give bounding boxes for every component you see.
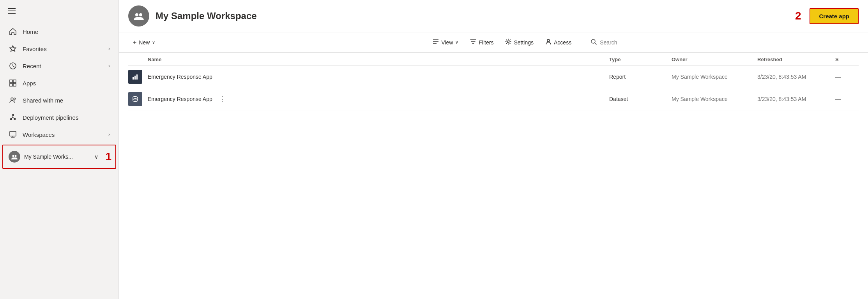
sidebar-item-shared[interactable]: Shared with me — [0, 92, 118, 109]
view-button[interactable]: View ∨ — [428, 35, 463, 49]
search-icon — [590, 39, 597, 46]
workspace-nav-label: My Sample Works... — [24, 154, 90, 160]
svg-rect-25 — [133, 77, 134, 80]
settings-button[interactable]: Settings — [500, 35, 538, 49]
content-table: Name Type Owner Refreshed S Emergency Re… — [119, 53, 868, 299]
col-icon — [128, 57, 148, 62]
sidebar-item-home-label: Home — [23, 28, 38, 35]
sidebar-item-workspaces-label: Workspaces — [23, 131, 55, 138]
sidebar-item-apps-label: Apps — [23, 80, 36, 87]
access-button-label: Access — [554, 39, 571, 46]
page-title: My Sample Workspace — [156, 11, 789, 21]
table-row[interactable]: Emergency Response App Report My Sample … — [128, 66, 859, 88]
workspaces-icon — [9, 131, 17, 138]
access-button[interactable]: Access — [541, 35, 576, 49]
new-chevron-icon: ∨ — [152, 40, 155, 45]
sidebar-item-recent[interactable]: Recent › — [0, 57, 118, 74]
sidebar-item-favorites-label: Favorites — [23, 46, 47, 52]
svg-point-15 — [15, 155, 17, 157]
row-icon-dataset — [128, 92, 148, 106]
apps-icon — [9, 80, 17, 87]
col-refreshed: Refreshed — [757, 57, 835, 62]
col-extra: S — [835, 57, 859, 62]
sidebar-item-apps[interactable]: Apps — [0, 74, 118, 92]
main-content: My Sample Workspace 2 Create app + New ∨… — [119, 0, 868, 299]
table-row[interactable]: Emergency Response App ⋮ Dataset My Samp… — [128, 88, 859, 110]
svg-rect-4 — [10, 80, 12, 83]
svg-point-14 — [12, 155, 14, 157]
svg-point-28 — [133, 97, 138, 99]
row-type-report: Report — [609, 74, 672, 80]
col-type: Type — [609, 57, 672, 62]
sidebar-item-favorites[interactable]: Favorites › — [0, 40, 118, 57]
row-refreshed-report: 3/23/20, 8:43:53 AM — [757, 74, 835, 80]
filters-button[interactable]: Filters — [465, 35, 498, 49]
sidebar-nav: Home Favorites › Recent › — [0, 23, 118, 299]
new-button-label: New — [139, 39, 150, 46]
create-app-button[interactable]: Create app — [810, 8, 859, 24]
access-icon — [545, 39, 552, 46]
settings-icon — [505, 39, 511, 46]
row-refreshed-dataset: 3/23/20, 8:43:53 AM — [757, 96, 835, 102]
svg-rect-1 — [8, 11, 16, 11]
row-extra-report: — — [835, 74, 859, 80]
new-button[interactable]: + New ∨ — [128, 36, 160, 49]
home-icon — [9, 28, 17, 35]
favorites-chevron: › — [108, 46, 110, 51]
settings-button-label: Settings — [514, 39, 534, 46]
row-name-dataset: Emergency Response App ⋮ — [148, 94, 609, 104]
recent-chevron: › — [108, 63, 110, 69]
svg-point-16 — [135, 13, 138, 16]
annotation-1: 1 — [105, 150, 111, 163]
plus-icon: + — [133, 39, 136, 46]
workspace-chevron-down: ∨ — [94, 154, 98, 160]
svg-point-21 — [507, 41, 509, 43]
svg-point-9 — [14, 98, 16, 99]
svg-point-8 — [11, 98, 13, 100]
svg-rect-27 — [136, 74, 138, 80]
shared-icon — [9, 97, 17, 104]
col-owner: Owner — [672, 57, 757, 62]
workspace-avatar-sm — [9, 151, 20, 163]
sidebar-item-shared-label: Shared with me — [23, 97, 63, 104]
row-extra-dataset: — — [835, 96, 859, 102]
sidebar-item-home[interactable]: Home — [0, 23, 118, 40]
svg-point-10 — [12, 114, 14, 116]
svg-rect-2 — [8, 13, 16, 14]
hamburger-menu[interactable] — [0, 0, 118, 23]
view-button-label: View — [441, 39, 453, 46]
svg-line-24 — [595, 43, 596, 44]
row-name-report: Emergency Response App — [148, 74, 609, 80]
my-sample-workspace-item[interactable]: My Sample Works... ∨ 1 — [2, 145, 116, 169]
row-owner-report: My Sample Workspace — [672, 74, 757, 80]
row-icon-report — [128, 70, 148, 84]
sidebar-item-recent-label: Recent — [23, 63, 41, 69]
svg-rect-0 — [8, 8, 16, 9]
svg-rect-7 — [13, 83, 16, 86]
sidebar: Home Favorites › Recent › — [0, 0, 119, 299]
toolbar-separator — [581, 38, 581, 47]
search-area[interactable]: Search — [586, 36, 859, 48]
view-chevron-icon: ∨ — [455, 40, 458, 45]
sidebar-item-pipelines-label: Deployment pipelines — [23, 114, 78, 121]
recent-icon — [9, 62, 17, 69]
svg-rect-5 — [13, 80, 16, 83]
search-label: Search — [600, 39, 617, 46]
sidebar-item-pipelines[interactable]: Deployment pipelines — [0, 109, 118, 126]
workspaces-chevron: › — [108, 132, 110, 137]
table-header: Name Type Owner Refreshed S — [128, 53, 859, 66]
svg-point-22 — [547, 39, 550, 42]
svg-point-17 — [139, 13, 142, 16]
view-icon — [433, 39, 439, 46]
toolbar: + New ∨ View ∨ Filters — [119, 32, 868, 53]
svg-rect-13 — [10, 131, 16, 136]
row-more-menu[interactable]: ⋮ — [216, 94, 228, 104]
row-owner-dataset: My Sample Workspace — [672, 96, 757, 102]
favorites-icon — [9, 45, 17, 52]
sidebar-item-workspaces[interactable]: Workspaces › — [0, 126, 118, 143]
annotation-2: 2 — [795, 10, 801, 22]
row-type-dataset: Dataset — [609, 96, 672, 102]
col-name: Name — [148, 57, 609, 62]
workspace-avatar-large — [128, 5, 149, 27]
page-header: My Sample Workspace 2 Create app — [119, 0, 868, 32]
